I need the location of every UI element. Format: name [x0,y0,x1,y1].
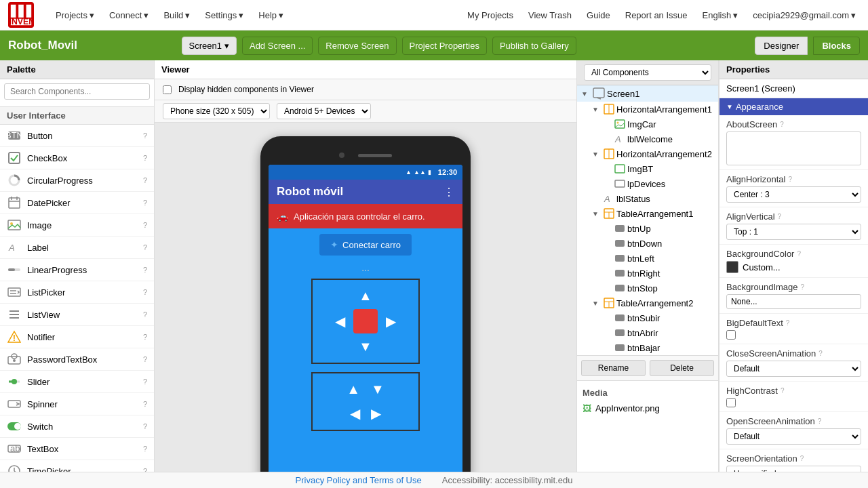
high-contrast-help[interactable]: ? [781,387,785,394]
nav-report-issue[interactable]: Report an Issue [620,7,693,23]
tree-item-h1[interactable]: ▼ HorizontalArrangement1 [588,102,718,117]
linearprogress-help-icon[interactable]: ? [143,266,147,274]
palette-item-image[interactable]: Image ? [0,214,154,237]
rename-button[interactable]: Rename [581,360,646,376]
palette-item-switch[interactable]: Switch ? [0,415,154,438]
close-anim-select[interactable]: Default [726,361,861,377]
label-help-icon[interactable]: ? [143,243,147,251]
palette-item-notifier[interactable]: ! Notifier ? [0,326,154,348]
phone-size-select[interactable]: Phone size (320 x 505) [163,103,270,119]
listview-help-icon[interactable]: ? [143,310,147,319]
listpicker-help-icon[interactable]: ? [143,288,147,296]
btn-subir[interactable]: ▲ [344,379,363,400]
tree-item-lblstatus[interactable]: A lblStatus [588,191,718,206]
textbox-help-icon[interactable]: ? [143,445,147,453]
btn-down[interactable]: ▼ [356,336,375,357]
slider-help-icon[interactable]: ? [143,378,147,386]
remove-screen-button[interactable]: Remove Screen [318,37,396,55]
btn-left[interactable]: ◀ [332,310,348,332]
designer-button[interactable]: Designer [755,37,808,55]
publish-gallery-button[interactable]: Publish to Gallery [492,37,576,55]
palette-item-label[interactable]: A Label ? [0,237,154,259]
blocks-button[interactable]: Blocks [813,37,860,55]
tree-item-btndown[interactable]: btnDown [599,236,718,251]
nav-projects[interactable]: Projects ▾ [50,7,100,23]
bg-color-swatch[interactable] [726,261,738,273]
nav-english[interactable]: English ▾ [697,7,744,23]
nav-build[interactable]: Build ▾ [158,7,195,23]
nav-connect[interactable]: Connect ▾ [104,7,154,23]
open-anim-select[interactable]: Default [726,428,861,445]
media-item-appinventor[interactable]: 🖼 AppInventor.png [581,401,714,416]
align-horizontal-help[interactable]: ? [788,176,792,183]
btn-stop[interactable] [353,309,378,333]
about-screen-input[interactable] [726,131,861,165]
nav-view-trash[interactable]: View Trash [523,7,577,23]
tree-item-screen1[interactable]: ▼ Screen1 [577,85,718,102]
tree-item-btnbajar[interactable]: btnBajar [599,340,718,355]
tree-item-btnleft[interactable]: btnLeft [599,251,718,266]
notifier-help-icon[interactable]: ? [143,333,147,341]
switch-help-icon[interactable]: ? [143,422,147,430]
btn-right[interactable]: ▶ [383,310,399,332]
passwordtextbox-help-icon[interactable]: ? [143,355,147,363]
tree-item-lpdevices[interactable]: lpDevices [599,176,718,191]
nav-user-email[interactable]: cecipia2929@gmail.com ▾ [747,7,861,23]
palette-item-spinner[interactable]: Spinner ? [0,393,154,415]
connect-car-button[interactable]: ✦ Conectar carro [319,234,412,256]
button-help-icon[interactable]: ? [143,131,147,140]
spinner-help-icon[interactable]: ? [143,400,147,408]
bg-image-help[interactable]: ? [801,283,805,291]
screen-orientation-help[interactable]: ? [800,455,804,462]
tree-item-btnup[interactable]: btnUp [599,221,718,236]
big-default-text-checkbox[interactable] [726,330,736,340]
tree-item-table1[interactable]: ▼ TableArrangement1 [588,206,718,221]
nav-guide[interactable]: Guide [581,7,616,23]
btn-bajar[interactable]: ▼ [368,379,387,400]
palette-item-textbox[interactable]: abc TextBox ? [0,438,154,460]
palette-item-listview[interactable]: ListView ? [0,304,154,326]
delete-button[interactable]: Delete [650,360,714,376]
device-select[interactable]: Android 5+ Devices [277,103,371,119]
tree-item-btnabrir[interactable]: btnAbrir [599,325,718,340]
add-screen-button[interactable]: Add Screen ... [242,37,313,55]
search-components-input[interactable] [4,83,150,100]
hidden-components-checkbox[interactable] [163,85,172,94]
tree-item-imgbt[interactable]: ImgBT [599,161,718,176]
tree-item-h2[interactable]: ▼ HorizontalArrangement2 [588,146,718,161]
palette-item-button[interactable]: BTN Button ? [0,125,154,147]
all-components-dropdown[interactable]: All Components [584,64,711,81]
tree-item-btnright[interactable]: btnRight [599,266,718,281]
project-properties-button[interactable]: Project Properties [402,37,487,55]
open-anim-help[interactable]: ? [818,418,822,425]
palette-item-passwordtextbox[interactable]: PasswordTextBox ? [0,348,154,371]
bg-color-help[interactable]: ? [797,250,801,258]
tree-item-imgcar[interactable]: ImgCar [599,117,718,131]
high-contrast-checkbox[interactable] [726,398,736,407]
palette-item-datepicker[interactable]: DatePicker ? [0,192,154,214]
privacy-policy-link[interactable]: Privacy Policy and Terms of Use [296,475,422,485]
palette-item-slider[interactable]: Slider ? [0,371,154,393]
circularprogress-help-icon[interactable]: ? [143,176,147,184]
about-screen-help[interactable]: ? [780,121,784,128]
palette-item-checkbox[interactable]: CheckBox ? [0,147,154,169]
palette-item-listpicker[interactable]: ListPicker ? [0,281,154,304]
tree-item-lblwelcome[interactable]: A lblWelcome [599,131,718,146]
nav-settings[interactable]: Settings ▾ [199,7,249,23]
checkbox-help-icon[interactable]: ? [143,154,147,162]
image-help-icon[interactable]: ? [143,221,147,229]
btn-abrir-left[interactable]: ◀ [347,403,363,424]
tree-item-table2[interactable]: ▼ TableArrangement2 [588,296,718,310]
screen1-dropdown[interactable]: Screen1 ▾ [182,37,237,55]
palette-item-linearprogress[interactable]: LinearProgress ? [0,259,154,281]
align-vertical-help[interactable]: ? [778,213,782,220]
bg-image-input[interactable] [726,294,861,309]
btn-abrir-right[interactable]: ▶ [368,403,384,424]
tree-item-btnstop[interactable]: btnStop [599,281,718,296]
nav-my-projects[interactable]: My Projects [462,7,519,23]
close-anim-help[interactable]: ? [818,350,823,357]
btn-up[interactable]: ▲ [356,285,375,306]
palette-item-circularprogress[interactable]: CircularProgress ? [0,169,154,192]
tree-item-btnsubir[interactable]: btnSubir [599,310,718,325]
big-default-help[interactable]: ? [786,319,790,327]
